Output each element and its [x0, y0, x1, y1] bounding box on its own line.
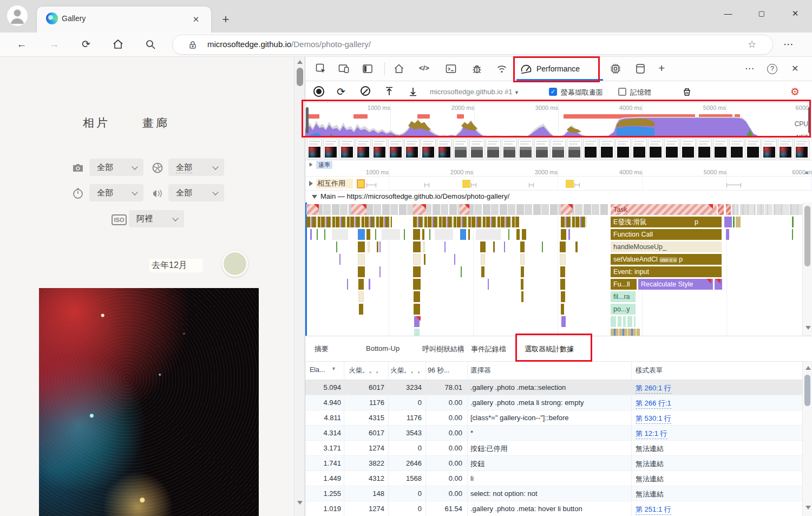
settings-gear-icon[interactable]: ⚙ [790, 86, 800, 98]
expand-icon[interactable] [310, 162, 313, 167]
detail-tab-0[interactable]: 摘要 [315, 344, 329, 354]
filmstrip-thumbnail[interactable] [372, 139, 387, 159]
clear-button[interactable] [361, 86, 370, 96]
interactions-track[interactable]: 相互作用 [305, 177, 812, 191]
filmstrip-thumbnail[interactable] [421, 139, 436, 159]
filmstrip-thumbnail[interactable] [534, 139, 549, 159]
table-row[interactable]: 5.0946017323478.01.gallery .photo .meta:… [305, 380, 802, 395]
flame-event-mouseup-bar[interactable]: E發洩:滑鼠p [611, 217, 722, 227]
flame-set-value-bar[interactable]: setValueAndCluse o up [611, 254, 722, 265]
filmstrip-thumbnail[interactable] [437, 139, 452, 159]
column-header-match-attempts[interactable]: 火柴。。。 [349, 366, 383, 375]
filmstrip-thumbnail[interactable] [404, 139, 420, 159]
filmstrip-thumbnail[interactable] [745, 139, 761, 159]
scroll-up-icon[interactable] [804, 171, 809, 174]
filmstrip-thumbnail[interactable] [762, 139, 777, 159]
filmstrip-thumbnail[interactable] [307, 139, 322, 159]
main-thread-track-header[interactable]: Main — https://microsoftedge.github.io/D… [305, 191, 812, 203]
tab-console-icon[interactable] [445, 63, 458, 76]
framerate-track[interactable]: 速率 [305, 160, 812, 169]
filmstrip-thumbnail[interactable] [486, 139, 501, 159]
filmstrip-thumbnail[interactable] [323, 139, 338, 159]
tab-elements-icon[interactable]: </> [419, 64, 432, 77]
more-tabs-button[interactable]: + [658, 62, 671, 75]
profile-selector[interactable]: microsoftedge.github.io #1 ▼ [430, 88, 519, 96]
cell-stylesheet[interactable]: 第 251:1 行 [636, 505, 671, 515]
sort-descending-icon[interactable]: ▼ [331, 366, 336, 371]
detail-tab-2[interactable]: 呼叫樹狀結構 [422, 344, 464, 354]
flame-event-input-bar[interactable]: Event: input [611, 266, 722, 277]
filmstrip-thumbnail[interactable] [518, 139, 533, 159]
window-close-button[interactable]: ✕ [788, 6, 803, 21]
interaction-marker[interactable] [566, 180, 574, 188]
detail-tab-selector-stats[interactable]: 選取器統計數據 [525, 344, 574, 354]
filmstrip-thumbnail[interactable] [502, 139, 517, 159]
filmstrip-thumbnail[interactable] [713, 139, 728, 159]
new-tab-button[interactable]: + [219, 13, 233, 27]
table-row[interactable]: 1.741382226460.00按鈕無法連結 [305, 456, 802, 471]
table-row[interactable]: 1.449431215680.00li無法連結 [305, 471, 802, 486]
gallery-photo[interactable] [39, 288, 259, 516]
search-icon[interactable] [143, 37, 158, 51]
column-header-stylesheet[interactable]: 樣式表單 [636, 366, 663, 375]
filmstrip-thumbnail[interactable] [664, 139, 679, 159]
flame-task-bar[interactable]: Task [611, 204, 717, 215]
filmstrip-thumbnail[interactable] [469, 139, 484, 159]
browser-tab[interactable]: Gallery ✕ [37, 6, 211, 32]
scrollbar-thumb[interactable] [804, 206, 810, 266]
detail-tab-3[interactable]: 事件記錄檔 [471, 344, 506, 354]
camera-filter-dropdown[interactable]: 全部 [89, 159, 143, 176]
flame-chart[interactable]: TaskE發洩:滑鼠pFunction CallhandleMouseUp_se… [305, 203, 802, 336]
scrollbar-thumb[interactable] [297, 68, 303, 86]
filmstrip-thumbnail[interactable] [339, 139, 355, 159]
dock-side-icon[interactable] [362, 63, 375, 76]
column-header-percent[interactable]: 96 秒... [428, 366, 449, 375]
filmstrip-thumbnail[interactable] [356, 139, 371, 159]
cell-stylesheet[interactable]: 第 12:1 行 [636, 429, 667, 439]
interaction-marker[interactable] [357, 179, 365, 188]
filmstrip-thumbnail[interactable] [567, 139, 582, 159]
tab-performance[interactable]: Performance [518, 57, 602, 81]
filmstrip-thumbnail[interactable] [615, 139, 631, 159]
detail-tab-1[interactable]: Bottom-Up [366, 344, 400, 352]
table-scrollbar[interactable] [802, 362, 812, 516]
forward-button[interactable]: → [47, 37, 61, 51]
tab-close-icon[interactable]: ✕ [190, 14, 202, 25]
flame-function-call-bar[interactable]: Function Call [611, 229, 722, 240]
flame-scrollbar[interactable] [802, 203, 812, 336]
browser-menu-button[interactable]: ⋯ [782, 37, 796, 51]
favorite-star-icon[interactable]: ☆ [748, 38, 756, 50]
timeline-overview[interactable]: 1000 ms2000 ms3000 ms4000 ms5000 ms6000 … [305, 103, 812, 138]
table-row[interactable]: 1.25514800.00select: not option: not無法連結 [305, 486, 802, 501]
devtools-close-button[interactable]: ✕ [791, 63, 804, 76]
address-bar[interactable]: microsoftedge.github.io/Demos/photo-gall… [172, 35, 773, 55]
device-emulation-icon[interactable] [338, 63, 351, 76]
flame-filter-bar[interactable]: fil...ra [611, 291, 636, 302]
memory-checkbox[interactable] [618, 88, 626, 96]
back-button[interactable]: ← [15, 37, 29, 51]
tab-network-wifi-icon[interactable] [496, 63, 509, 76]
reload-and-record-button[interactable]: ⟳ [337, 86, 345, 98]
flame-po-bar[interactable]: po...y [611, 304, 636, 315]
collapse-icon[interactable] [312, 195, 317, 199]
table-row[interactable]: 4.314601735430.00*第 12:1 行 [305, 426, 802, 441]
shutter-filter-dropdown[interactable]: 全部 [89, 184, 143, 201]
overview-right-handle[interactable] [808, 107, 811, 133]
table-row[interactable]: 3.171127400.00按鈕:已停用無法連結 [305, 441, 802, 456]
filmstrip-thumbnail[interactable] [778, 139, 793, 159]
reload-button[interactable]: ⟳ [79, 37, 93, 51]
help-button[interactable]: ? [767, 64, 777, 74]
filmstrip-thumbnail[interactable] [388, 139, 403, 159]
scroll-down-icon[interactable] [806, 326, 811, 330]
home-button[interactable] [111, 37, 125, 51]
iso-filter-dropdown[interactable]: 阿裡 [129, 210, 184, 227]
filmstrip-thumbnail[interactable] [729, 139, 744, 159]
cell-stylesheet[interactable]: 第 260:1 行 [636, 383, 671, 394]
flame-function-short-bar[interactable]: Fu...ll [611, 279, 637, 290]
tab-application-icon[interactable] [634, 63, 647, 76]
flame-recalculate-style-bar[interactable]: Recalculate Style [638, 279, 713, 290]
filmstrip-thumbnail[interactable] [583, 139, 598, 159]
filmstrip-thumbnail[interactable] [453, 139, 468, 159]
scroll-up-icon[interactable] [806, 366, 811, 370]
interaction-marker[interactable] [462, 180, 470, 188]
